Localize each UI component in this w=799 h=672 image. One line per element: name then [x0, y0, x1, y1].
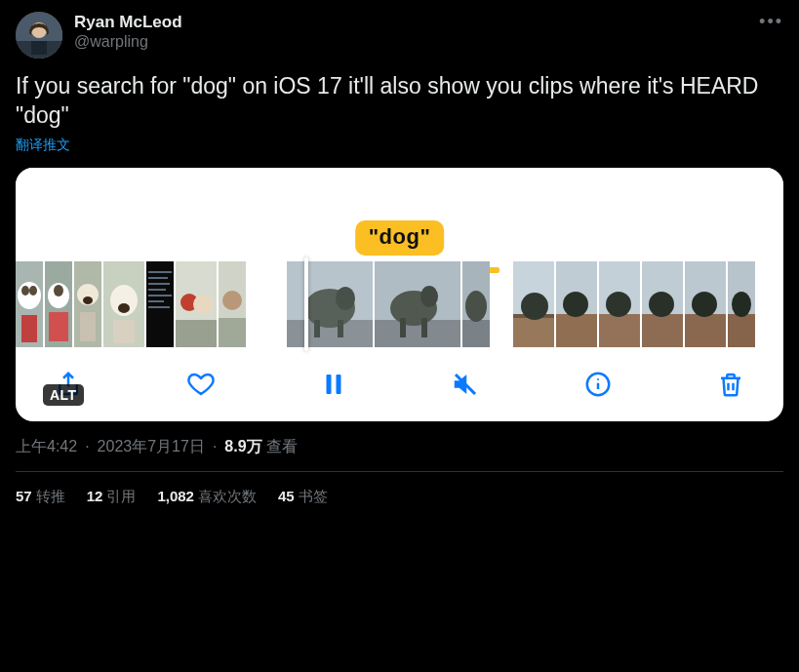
svg-rect-46: [400, 318, 406, 337]
tweet-meta: 上午4:42 2023年7月17日 8.9万 查看: [16, 437, 783, 457]
alt-badge[interactable]: ALT: [43, 384, 84, 406]
thumbnail: [685, 261, 726, 347]
svg-rect-49: [462, 320, 490, 347]
svg-rect-3: [31, 41, 47, 55]
svg-rect-24: [148, 283, 170, 285]
clip-group-1: [16, 261, 246, 347]
thumbnail: [219, 261, 246, 347]
thumbnail: [513, 261, 554, 347]
svg-rect-59: [599, 314, 640, 347]
trash-icon[interactable]: [711, 365, 750, 404]
svg-rect-27: [148, 300, 164, 302]
separator: [209, 438, 220, 455]
avatar[interactable]: [16, 12, 62, 59]
thumbnail: [599, 261, 640, 347]
clip-group-3: [513, 261, 755, 347]
stat-retweets[interactable]: 57转推: [16, 488, 65, 506]
thumbnail: [103, 261, 144, 347]
svg-point-57: [563, 292, 588, 317]
svg-point-69: [732, 292, 751, 317]
svg-rect-34: [219, 318, 246, 347]
tweet-container: Ryan McLeod @warpling ••• If you search …: [0, 0, 799, 506]
info-icon[interactable]: [579, 365, 618, 404]
svg-rect-8: [21, 315, 37, 342]
thumbnail: [375, 261, 460, 347]
clip-group-2: [287, 261, 490, 347]
svg-point-6: [21, 286, 29, 296]
timeline-gap: [490, 261, 513, 347]
svg-rect-23: [148, 277, 168, 279]
author-names[interactable]: Ryan McLeod @warpling: [74, 12, 182, 52]
mute-icon[interactable]: [446, 365, 485, 404]
svg-rect-22: [148, 271, 172, 273]
svg-point-7: [29, 286, 37, 296]
thumbnail: [74, 261, 101, 347]
svg-rect-26: [148, 295, 172, 296]
svg-rect-41: [338, 320, 343, 337]
svg-point-35: [222, 291, 242, 310]
svg-rect-68: [728, 314, 755, 347]
views-count[interactable]: 8.9万: [224, 437, 261, 457]
svg-point-45: [420, 286, 438, 307]
stat-likes[interactable]: 1,082喜欢次数: [157, 488, 257, 506]
translate-link[interactable]: 翻译推文: [16, 137, 70, 154]
tweet-stats: 57转推 12引用 1,082喜欢次数 45书签: [16, 472, 783, 506]
views-label: 查看: [266, 437, 298, 457]
tweet-text: If you search for "dog" on iOS 17 it'll …: [16, 72, 783, 131]
search-term-label: "dog": [355, 220, 445, 256]
svg-point-32: [193, 295, 213, 314]
svg-rect-28: [148, 306, 170, 308]
tweet-date[interactable]: 2023年7月17日: [98, 437, 205, 457]
thumbnail: [146, 261, 174, 347]
thumbnail: [16, 261, 43, 347]
svg-point-11: [54, 285, 63, 296]
stat-quotes[interactable]: 12引用: [87, 488, 137, 506]
thumbnail: [642, 261, 683, 347]
timeline-gap: [246, 261, 287, 347]
svg-point-39: [336, 287, 355, 310]
more-icon[interactable]: •••: [756, 12, 783, 31]
svg-point-63: [649, 292, 674, 317]
tweet-header: Ryan McLeod @warpling •••: [16, 12, 783, 59]
pause-icon[interactable]: [314, 365, 353, 404]
media-toolbar: [16, 347, 783, 421]
svg-point-60: [606, 292, 631, 317]
svg-rect-40: [314, 320, 320, 337]
thumbnail: [45, 261, 72, 347]
svg-point-5: [18, 282, 41, 309]
svg-point-19: [118, 303, 130, 313]
playhead[interactable]: [304, 257, 308, 351]
media-top-area: "dog": [16, 168, 783, 261]
svg-rect-47: [421, 318, 427, 337]
tweet-time[interactable]: 上午4:42: [16, 437, 77, 457]
thumbnail: [728, 261, 755, 347]
svg-point-66: [692, 292, 717, 317]
svg-rect-16: [80, 312, 96, 341]
thumbnail: [462, 261, 490, 347]
svg-point-75: [597, 378, 599, 380]
svg-rect-30: [176, 320, 217, 347]
svg-point-50: [465, 291, 487, 322]
svg-point-54: [521, 293, 548, 320]
thumbnail: [556, 261, 597, 347]
video-timeline-strip[interactable]: [16, 261, 783, 347]
display-name: Ryan McLeod: [74, 12, 182, 32]
thumbnail: [176, 261, 217, 347]
svg-point-15: [83, 296, 93, 304]
separator: [81, 438, 93, 455]
svg-rect-20: [113, 320, 135, 343]
svg-rect-62: [642, 314, 683, 347]
svg-rect-65: [685, 314, 726, 347]
svg-rect-21: [146, 261, 174, 347]
svg-rect-70: [326, 375, 331, 394]
svg-rect-71: [336, 375, 340, 394]
svg-rect-56: [556, 314, 597, 347]
heart-icon[interactable]: [181, 365, 220, 404]
thumbnail: [287, 261, 373, 347]
handle: @warpling: [74, 32, 182, 52]
media-card[interactable]: "dog": [16, 168, 783, 421]
svg-rect-12: [49, 312, 68, 341]
stat-bookmarks[interactable]: 45书签: [278, 488, 328, 506]
svg-rect-25: [148, 289, 166, 291]
